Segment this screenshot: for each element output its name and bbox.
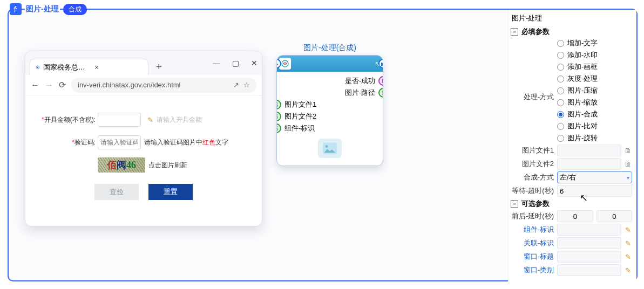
delay-after-input[interactable]: 0 (596, 210, 633, 222)
minimize-icon[interactable]: — (213, 59, 220, 67)
proc-mode-radio[interactable]: 添加-画框 (557, 62, 598, 72)
collapse-icon[interactable]: − (511, 28, 518, 36)
radio-icon (557, 87, 564, 94)
svg-point-2 (37, 66, 39, 68)
proc-mode-radio[interactable]: 图片-比对 (557, 121, 598, 131)
node-in-pin-string[interactable]: S (276, 112, 281, 121)
address-bar[interactable]: inv-veri.chinatax.gov.cn/idex.html ↗ ☆ (71, 78, 256, 93)
share-icon[interactable]: ↗ (233, 81, 239, 89)
file2-input[interactable] (557, 158, 621, 170)
win-class-input[interactable] (557, 264, 621, 276)
node-output-row: 是否-成功 b (282, 75, 377, 87)
file-browse-icon[interactable]: 🗎 (623, 146, 632, 155)
browser-tab[interactable]: 国家税务总局全国增值税发票查验 × (30, 59, 148, 75)
delay-before-input[interactable]: 0 (557, 210, 593, 222)
radio-label: 添加-水印 (567, 50, 598, 60)
required-section[interactable]: − 必填参数 (511, 27, 632, 37)
panel-title: 图片-处理 (511, 12, 632, 25)
node-input-row: S 图片文件1 (282, 99, 377, 111)
optional-section[interactable]: − 可选参数 (511, 199, 632, 209)
collapse-icon[interactable]: − (511, 200, 518, 208)
radio-label: 灰度-处理 (567, 74, 598, 84)
forward-icon[interactable]: → (45, 80, 53, 90)
radio-icon (557, 40, 564, 47)
runner-icon (10, 3, 22, 15)
radio-icon (557, 135, 564, 142)
proc-mode-radio[interactable]: 图片-缩放 (557, 98, 598, 107)
file-browse-icon[interactable]: 🗎 (623, 160, 632, 168)
proc-mode-radio[interactable]: 增加-文字 (557, 38, 598, 48)
amount-hint: 请输入开具金额 (157, 115, 202, 125)
radio-label: 图片-比对 (567, 121, 598, 131)
edit-icon[interactable]: ✎ (623, 225, 632, 234)
node-in-pin-string[interactable]: S (276, 100, 281, 109)
wait-timeout-input[interactable]: 6 (557, 185, 632, 197)
maximize-icon[interactable]: ▢ (232, 59, 239, 67)
radio-icon (557, 111, 564, 118)
node-in-pin-string[interactable]: S (276, 123, 281, 133)
comp-id-input[interactable] (557, 224, 621, 236)
chevron-down-icon: ▾ (627, 175, 629, 181)
radio-label: 图片-合成 (567, 109, 598, 119)
amount-input[interactable] (98, 113, 141, 127)
radio-label: 图片-缩放 (567, 98, 598, 107)
page-content: *开具金额(不含税): ✎ 请输入开具金额 *验证码: 请输入验证码图片中红色文… (25, 95, 262, 210)
node-out-pin-string[interactable]: S (378, 88, 383, 98)
proc-mode-options: 增加-文字添加-水印添加-画框灰度-处理图片-压缩图片-缩放图片-合成图片-比对… (557, 38, 598, 143)
radio-icon (557, 123, 564, 130)
win-title-input[interactable] (557, 251, 621, 263)
frame-pill: 合成 (63, 4, 87, 15)
tab-close-icon[interactable]: × (94, 63, 143, 72)
proc-mode-radio[interactable]: 图片-旋转 (557, 133, 598, 143)
radio-label: 图片-旋转 (567, 133, 598, 143)
radio-icon (557, 75, 564, 82)
proc-mode-radio[interactable]: 图片-压缩 (557, 86, 598, 95)
radio-label: 添加-画框 (567, 62, 598, 72)
url-text: inv-veri.chinatax.gov.cn/idex.html (78, 81, 181, 89)
close-icon[interactable]: ✕ (251, 59, 257, 67)
proc-mode-radio[interactable]: 图片-合成 (557, 109, 598, 119)
radio-label: 图片-压缩 (567, 86, 598, 95)
file2-label: 图片文件2 (511, 159, 557, 169)
node-input-row: S 组件-标识 (282, 122, 377, 134)
proc-mode-radio[interactable]: 灰度-处理 (557, 74, 598, 84)
edit-icon[interactable]: ✎ (623, 252, 632, 261)
radio-icon (557, 99, 564, 106)
win-title-label[interactable]: 窗口-标题 (511, 252, 557, 262)
captcha-hint: 请输入验证码图片中红色文字 (144, 138, 228, 147)
comp-id-label[interactable]: 组件-标识 (511, 225, 557, 235)
win-class-label[interactable]: 窗口-类别 (511, 265, 557, 275)
file1-label: 图片文件1 (511, 146, 557, 155)
image-placeholder-icon (318, 139, 342, 158)
cursor-icon: ↖ (375, 60, 381, 68)
captcha-label: *验证码: (40, 138, 96, 147)
proc-mode-label: 处理-方式 (511, 92, 557, 102)
proc-mode-radio[interactable]: 添加-水印 (557, 50, 598, 60)
captcha-refresh-hint[interactable]: 点击图片刷新 (148, 161, 187, 170)
browser-window: 国家税务总局全国增值税发票查验 × + — ▢ ✕ ← → ⟳ inv-veri… (25, 51, 262, 226)
check-button[interactable]: 查验 (94, 184, 139, 200)
rel-id-input[interactable] (557, 237, 621, 249)
flow-node[interactable]: 图片-处理(合成) ▶ ▶ ↖ 是否-成功 b 图片-路径 S (276, 43, 383, 166)
node-title: 图片-处理(合成) (276, 43, 383, 53)
rel-id-label[interactable]: 关联-标识 (511, 238, 557, 248)
node-header[interactable]: ↖ (277, 56, 383, 72)
merge-mode-label: 合成-方式 (511, 173, 557, 182)
radio-icon (557, 52, 564, 59)
svg-point-5 (326, 145, 328, 148)
svg-point-0 (15, 6, 16, 7)
captcha-input[interactable] (98, 135, 141, 149)
reload-icon[interactable]: ⟳ (59, 80, 66, 90)
node-out-pin-bool[interactable]: b (378, 76, 383, 86)
edit-icon[interactable]: ✎ (623, 266, 632, 274)
file1-input[interactable] (557, 144, 621, 156)
edit-icon[interactable]: ✎ (623, 239, 632, 247)
back-icon[interactable]: ← (31, 80, 39, 90)
radio-label: 增加-文字 (567, 38, 598, 48)
new-tab-icon[interactable]: + (156, 61, 162, 73)
pencil-icon[interactable]: ✎ (147, 116, 153, 124)
captcha-image[interactable]: 佰阀46 (98, 157, 145, 173)
bookmark-icon[interactable]: ☆ (243, 81, 250, 89)
merge-mode-select[interactable]: 左/右▾ (557, 171, 632, 183)
reset-button[interactable]: 重置 (148, 184, 193, 200)
